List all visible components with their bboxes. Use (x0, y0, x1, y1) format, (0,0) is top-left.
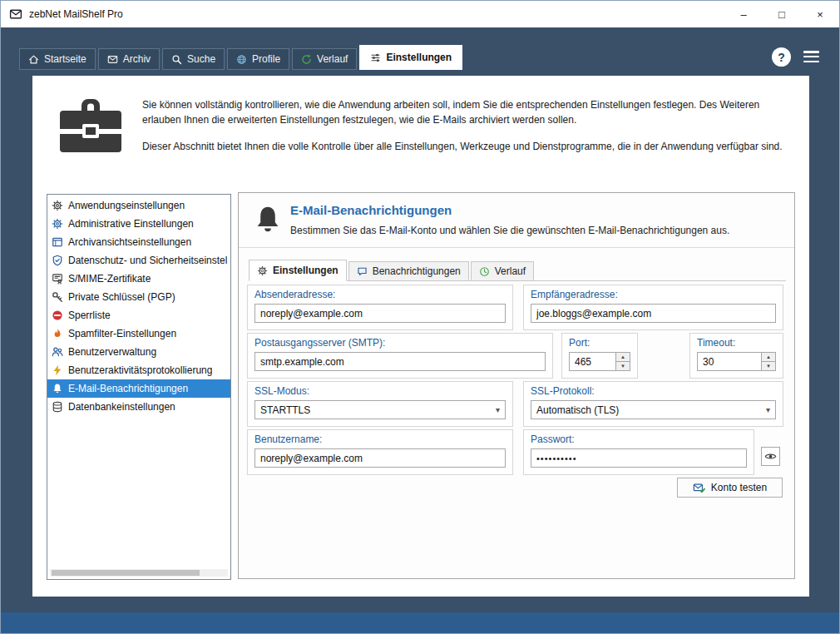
scrollbar-thumb[interactable] (52, 570, 200, 576)
block-icon (52, 310, 63, 321)
tab-einstellungen[interactable]: Einstellungen (359, 45, 462, 70)
port-label: Port: (569, 337, 630, 349)
tab-suche[interactable]: Suche (162, 48, 225, 70)
ssl-protocol-label: SSL-Protokoll: (531, 385, 776, 397)
toolbox-icon (57, 96, 124, 157)
tab-startseite[interactable]: Startseite (19, 48, 96, 70)
sidebar-item-label: Administrative Einstellungen (68, 218, 194, 230)
tab-label: Verlauf (317, 53, 348, 65)
chevron-down-icon: ▾ (496, 405, 500, 414)
username-group: Benutzername: (247, 429, 513, 475)
sender-address-input[interactable] (254, 304, 506, 323)
email-notifications-panel: E-Mail-Benachrichtigungen Bestimmen Sie … (238, 192, 795, 579)
history-icon (301, 54, 312, 65)
globe-icon (236, 54, 247, 65)
minimize-button[interactable]: – (724, 1, 763, 27)
sidebar-item-activity-logging[interactable]: Benutzeraktivitätsprotokollierung (47, 361, 230, 379)
certificate-icon (52, 273, 63, 285)
recipient-address-input[interactable] (531, 304, 776, 323)
intro-paragraph-2: Dieser Abschnitt bietet Ihnen die volle … (142, 139, 796, 154)
inner-tab-bar: Einstellungen Benachrichtigungen Verlauf (249, 260, 786, 281)
sidebar-item-privacy-security[interactable]: Datenschutz- und Sicherheitseinstellu (47, 251, 230, 270)
tab-label: Einstellungen (386, 52, 452, 63)
help-glyph: ? (778, 51, 785, 64)
main-tab-bar: Startseite Archiv Suche Profile Verlauf … (19, 45, 462, 70)
panel-header: E-Mail-Benachrichtigungen Bestimmen Sie … (239, 193, 794, 248)
home-icon (28, 54, 39, 65)
sidebar-item-app-settings[interactable]: Anwendungseinstellungen (47, 196, 230, 215)
sidebar-item-label: Anwendungseinstellungen (68, 200, 185, 211)
sidebar-item-pgp-keys[interactable]: Private Schlüssel (PGP) (47, 288, 230, 306)
port-spin-up-button[interactable]: ▲ (616, 353, 630, 362)
inner-tab-label: Einstellungen (273, 265, 338, 276)
test-account-label: Konto testen (711, 482, 767, 493)
sidebar-item-user-management[interactable]: Benutzerverwaltung (47, 343, 230, 361)
inner-tab-label: Benachrichtigungen (373, 265, 461, 277)
sidebar-item-blocklist[interactable]: Sperrliste (47, 306, 230, 324)
title-bar: zebNet MailShelf Pro – □ × (1, 1, 839, 27)
app-window: zebNet MailShelf Pro – □ × Startseite Ar… (0, 0, 840, 634)
reveal-password-button[interactable] (761, 447, 780, 466)
shield-icon (52, 255, 63, 266)
eye-icon (764, 450, 777, 463)
close-button[interactable]: × (801, 1, 839, 27)
users-icon (52, 346, 63, 358)
port-spin-down-button[interactable]: ▼ (616, 362, 630, 370)
maximize-button[interactable]: □ (763, 1, 801, 27)
sidebar-item-label: Sperrliste (68, 310, 111, 321)
main-panel: Sie können vollständig kontrollieren, wi… (32, 76, 809, 597)
sidebar-item-label: Benutzeraktivitätsprotokollierung (68, 364, 212, 376)
intro-text: Sie können vollständig kontrollieren, wi… (142, 97, 796, 154)
bell-icon (52, 383, 63, 394)
tab-profile[interactable]: Profile (227, 48, 289, 70)
mail-check-icon (693, 482, 705, 494)
smtp-server-label: Postausgangsserver (SMTP): (254, 337, 546, 349)
hamburger-menu-button[interactable] (803, 51, 819, 62)
timeout-label: Timeout: (697, 337, 776, 349)
inner-tab-label: Verlauf (495, 265, 526, 277)
ssl-protocol-select[interactable]: Automatisch (TLS) ▾ (531, 400, 776, 419)
key-icon (52, 291, 63, 303)
clock-icon (479, 266, 490, 277)
sidebar-item-smime-certificates[interactable]: S/MIME-Zertifikate (47, 270, 230, 288)
settings-icon (370, 52, 381, 63)
sidebar-item-email-notifications[interactable]: E-Mail-Benachrichtigungen (47, 379, 230, 398)
password-label: Passwort: (531, 433, 747, 445)
panel-subtitle: Bestimmen Sie das E-Mail-Konto und wähle… (290, 225, 729, 236)
tab-verlauf[interactable]: Verlauf (292, 48, 357, 70)
sidebar-item-label: S/MIME-Zertifikate (68, 273, 151, 285)
sidebar-item-label: Spamfilter-Einstellungen (68, 328, 176, 339)
tab-label: Startseite (44, 53, 86, 65)
test-account-button[interactable]: Konto testen (677, 478, 783, 498)
sidebar-item-admin-settings[interactable]: Administrative Einstellungen (47, 215, 230, 233)
app-logo-icon (9, 7, 22, 21)
sidebar-item-label: Datenschutz- und Sicherheitseinstellu (68, 255, 227, 266)
window-title: zebNet MailShelf Pro (29, 8, 123, 20)
smtp-server-input[interactable] (254, 352, 546, 371)
timeout-spin-down-button[interactable]: ▼ (762, 362, 775, 370)
recipient-address-group: Empfängeradresse: (523, 285, 783, 330)
sidebar-item-label: Benutzerverwaltung (68, 346, 156, 358)
inner-tab-benachrichtigungen[interactable]: Benachrichtigungen (348, 261, 469, 281)
help-button[interactable]: ? (772, 47, 791, 67)
tab-archiv[interactable]: Archiv (98, 48, 160, 70)
horizontal-scrollbar[interactable] (50, 569, 228, 577)
timeout-spin-up-button[interactable]: ▲ (762, 353, 775, 362)
gear-icon (52, 200, 63, 211)
ssl-mode-select[interactable]: STARTTLS ▾ (254, 400, 506, 419)
sidebar-item-label: E-Mail-Benachrichtigungen (68, 383, 188, 394)
intro-paragraph-1: Sie können vollständig kontrollieren, wi… (142, 97, 796, 127)
sidebar-item-archive-view-settings[interactable]: Archivansichtseinstellungen (47, 233, 230, 251)
bottom-accent-strip (1, 612, 839, 633)
settings-category-list: Anwendungseinstellungen Administrative E… (47, 194, 231, 580)
sidebar-item-database-settings[interactable]: Datenbankeinstellungen (47, 398, 230, 416)
username-input[interactable] (254, 448, 506, 468)
flame-icon (52, 328, 63, 339)
mail-icon (107, 54, 118, 65)
inner-tab-verlauf[interactable]: Verlauf (471, 261, 534, 281)
sender-address-label: Absenderadresse: (254, 289, 506, 300)
inner-tab-einstellungen[interactable]: Einstellungen (249, 260, 347, 281)
password-input[interactable] (531, 448, 747, 468)
timeout-group: Timeout: ▲ ▼ (689, 333, 783, 379)
sidebar-item-spamfilter-settings[interactable]: Spamfilter-Einstellungen (47, 324, 230, 343)
